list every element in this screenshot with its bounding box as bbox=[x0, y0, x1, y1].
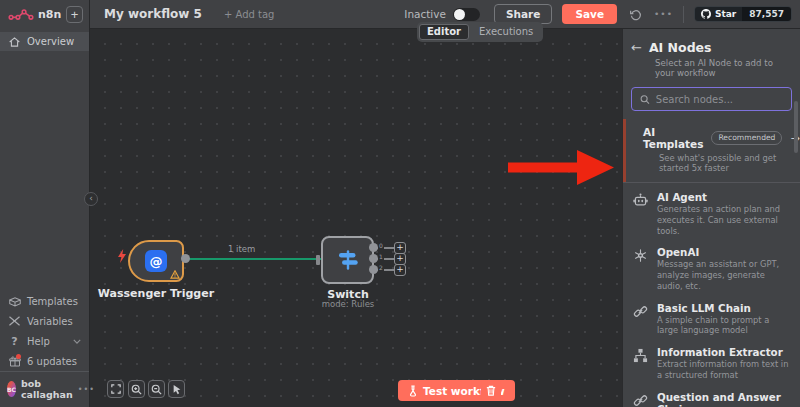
connection-line[interactable] bbox=[187, 258, 323, 260]
node-subtitle: mode: Rules bbox=[288, 299, 408, 309]
sidebar-item-label: Overview bbox=[27, 36, 74, 47]
chain-icon bbox=[632, 391, 648, 407]
node-title: Information Extractor bbox=[657, 346, 792, 358]
sidebar-item-help[interactable]: ? Help bbox=[0, 331, 89, 351]
help-icon: ? bbox=[8, 335, 21, 348]
sidebar-item-overview[interactable]: Overview bbox=[0, 32, 89, 51]
node-item-ai-agent[interactable]: AI Agent Generates an action plan and ex… bbox=[623, 186, 800, 241]
home-icon bbox=[8, 37, 21, 47]
sidebar-item-label: Variables bbox=[27, 316, 73, 327]
status-label: Inactive bbox=[404, 8, 446, 20]
user-name: bob callaghan bbox=[21, 378, 73, 400]
node-title: Basic LLM Chain bbox=[657, 302, 792, 314]
workflow-menu-icon[interactable]: ••• bbox=[654, 9, 673, 19]
openai-icon bbox=[632, 246, 648, 263]
logo-text: n8n bbox=[38, 8, 61, 21]
scrollbar-thumb[interactable] bbox=[794, 101, 798, 153]
node-title: AI Agent bbox=[657, 191, 792, 203]
wassenger-logo-icon: @ bbox=[145, 250, 167, 272]
tab-executions[interactable]: Executions bbox=[471, 24, 541, 40]
connection-items-label: 1 item bbox=[228, 244, 255, 254]
templates-icon bbox=[8, 296, 21, 307]
chain-icon bbox=[632, 302, 648, 319]
node-description: Extract information from text in a struc… bbox=[657, 359, 792, 381]
highlight-bar bbox=[623, 119, 626, 182]
trigger-output-port[interactable] bbox=[181, 254, 190, 263]
fit-view-icon bbox=[111, 384, 121, 394]
add-tag-button[interactable]: + Add tag bbox=[224, 9, 275, 20]
chevron-down-icon bbox=[73, 339, 81, 344]
output-label-1: 1 bbox=[378, 253, 384, 260]
node-item-openai[interactable]: OpenAI Message an assistant or GPT, anal… bbox=[623, 241, 800, 296]
ai-nodes-panel: ← AI Nodes Select an AI Node to add to y… bbox=[622, 29, 800, 407]
n8n-logo[interactable]: n8n bbox=[8, 7, 61, 23]
tab-editor[interactable]: Editor bbox=[419, 24, 469, 40]
warning-triangle-icon bbox=[170, 270, 180, 279]
switch-input-port[interactable] bbox=[316, 255, 320, 265]
star-count: 87,557 bbox=[742, 7, 791, 21]
n8n-logo-icon bbox=[8, 7, 34, 23]
annotation-arrow bbox=[508, 149, 616, 186]
node-switch[interactable] bbox=[321, 236, 374, 284]
user-menu[interactable]: BC bob callaghan ••• bbox=[0, 371, 89, 407]
search-input[interactable] bbox=[656, 94, 783, 105]
node-item-information-extractor[interactable]: Information Extractor Extract informatio… bbox=[623, 341, 800, 386]
featured-title: AI Templates bbox=[643, 126, 703, 150]
divider bbox=[683, 6, 684, 23]
toggle-knob bbox=[454, 9, 465, 20]
save-button[interactable]: Save bbox=[562, 4, 617, 24]
trash-icon bbox=[486, 385, 496, 396]
workflow-canvas[interactable] bbox=[90, 29, 622, 407]
output-label-2: 2 bbox=[378, 264, 384, 271]
node-wassenger-trigger[interactable]: @ bbox=[128, 240, 184, 282]
node-item-qa-chain[interactable]: Question and Answer Chain Answer questio… bbox=[623, 386, 800, 407]
new-workflow-button[interactable]: + bbox=[66, 6, 83, 23]
github-icon bbox=[701, 9, 711, 19]
sidebar-item-label: 6 updates bbox=[27, 356, 77, 367]
tree-icon bbox=[632, 346, 648, 363]
trigger-bolt-icon bbox=[117, 249, 127, 263]
pointer-icon bbox=[172, 384, 182, 395]
sidebar-item-variables[interactable]: Variables bbox=[0, 311, 89, 331]
signpost-icon bbox=[336, 248, 360, 272]
switch-output-port-0[interactable] bbox=[369, 243, 378, 252]
sidebar-collapse-button[interactable]: ‹ bbox=[84, 192, 98, 206]
pointer-tool-button[interactable] bbox=[168, 380, 185, 398]
node-description: Generates an action plan and executes it… bbox=[657, 204, 792, 236]
search-icon bbox=[640, 94, 650, 105]
recommended-badge: Recommended bbox=[711, 131, 782, 145]
node-description: Message an assistant or GPT, analyze ima… bbox=[657, 259, 792, 291]
delete-button[interactable] bbox=[481, 380, 501, 401]
avatar: BC bbox=[7, 381, 16, 397]
flask-icon bbox=[408, 385, 418, 397]
history-icon[interactable] bbox=[629, 8, 642, 21]
variables-icon bbox=[8, 316, 21, 326]
add-node-button-2[interactable]: + bbox=[394, 264, 406, 276]
star-label: Star bbox=[715, 9, 736, 19]
search-box[interactable] bbox=[631, 87, 792, 111]
sidebar-item-templates[interactable]: Templates bbox=[0, 291, 89, 311]
panel-title: AI Nodes bbox=[649, 40, 712, 55]
zoom-out-button[interactable] bbox=[148, 380, 165, 398]
updates-badge-dot bbox=[16, 354, 21, 359]
switch-output-port-2[interactable] bbox=[369, 265, 378, 274]
sidebar-item-label: Templates bbox=[27, 296, 78, 307]
workflow-title[interactable]: My workflow 5 bbox=[104, 7, 202, 21]
node-title: OpenAI bbox=[657, 246, 792, 258]
share-button[interactable]: Share bbox=[494, 4, 552, 24]
node-label: Wassenger Trigger bbox=[96, 287, 216, 300]
sidebar-item-updates[interactable]: 6 updates bbox=[0, 351, 89, 371]
zoom-in-icon bbox=[131, 384, 142, 395]
node-title: Question and Answer Chain bbox=[657, 391, 792, 407]
node-item-basic-llm-chain[interactable]: Basic LLM Chain A simple chain to prompt… bbox=[623, 297, 800, 342]
ai-templates-item[interactable]: AI Templates Recommended → See what's po… bbox=[623, 119, 800, 182]
active-toggle[interactable] bbox=[453, 8, 480, 21]
switch-output-port-1[interactable] bbox=[369, 254, 378, 263]
user-options-icon[interactable]: ••• bbox=[78, 385, 95, 394]
fit-view-button[interactable] bbox=[107, 380, 124, 398]
zoom-in-button[interactable] bbox=[128, 380, 145, 398]
github-star-widget[interactable]: Star 87,557 bbox=[694, 6, 792, 22]
back-icon[interactable]: ← bbox=[631, 40, 642, 55]
zoom-out-icon bbox=[151, 384, 162, 395]
editor-tabs: Editor Executions bbox=[417, 22, 543, 42]
